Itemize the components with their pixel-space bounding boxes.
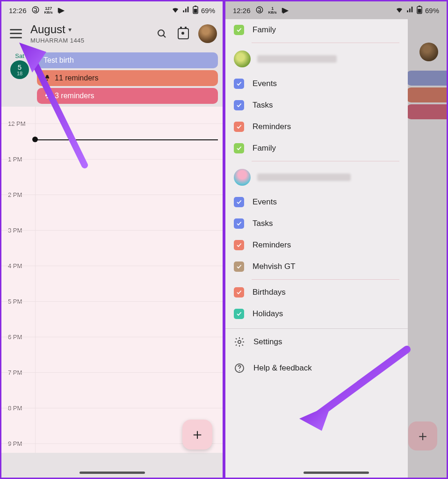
account-email-redacted — [257, 174, 351, 181]
calendar-toggle-events[interactable]: Events — [225, 191, 408, 213]
calendar-label: Events — [253, 79, 277, 88]
status-bar: 12:26 127KB/s I▶ 69% — [1, 1, 223, 19]
status-bar: 12:26 1KB/s I▶ 69% — [225, 1, 447, 19]
svg-point-12 — [239, 370, 240, 371]
reminder-icon — [43, 74, 51, 82]
network-speed: 127KB/s — [44, 7, 53, 15]
wifi-icon — [171, 6, 180, 15]
gesture-bar — [79, 472, 145, 474]
hijri-subtitle: MUHARRAM 1445 — [30, 37, 85, 44]
calendar-toggle-tasks[interactable]: Tasks — [225, 94, 408, 116]
calendar-toggle-tasks[interactable]: Tasks — [225, 213, 408, 234]
menu-button[interactable] — [10, 29, 22, 38]
day-badge[interactable]: 5 18 — [10, 60, 29, 79]
svg-rect-2 — [194, 9, 197, 13]
svg-point-0 — [32, 7, 39, 13]
account-header[interactable] — [225, 163, 408, 191]
dim-event-pill — [406, 87, 447, 102]
svg-point-10 — [238, 341, 241, 343]
svg-rect-3 — [195, 6, 196, 7]
calendar-label: Mehvish GT — [253, 262, 296, 271]
search-button[interactable] — [155, 27, 168, 40]
help-label: Help & feedback — [253, 363, 312, 373]
checkbox-checked-icon — [234, 261, 244, 272]
calendar-label: Tasks — [253, 219, 273, 228]
id-icon: I▶ — [282, 6, 288, 15]
network-speed: 1KB/s — [268, 7, 277, 15]
calendar-label: Holidays — [253, 309, 283, 319]
account-avatar — [234, 169, 251, 186]
battery-percent: 69% — [201, 7, 215, 15]
dim-profile-avatar — [419, 43, 438, 61]
reminder-label: 11 reminders — [55, 74, 98, 82]
status-time: 12:26 — [233, 7, 251, 15]
calendar-label: Reminders — [253, 122, 291, 131]
checkbox-checked-icon — [234, 79, 244, 89]
calendar-label: Family — [253, 144, 276, 153]
dim-fab: ＋ — [408, 421, 437, 450]
checkbox-checked-icon — [234, 122, 244, 132]
battery-icon — [417, 6, 422, 15]
phone-right-drawer: ＋ 12:26 1KB/s I▶ 69% Family — [224, 0, 448, 479]
dim-event-pill — [406, 104, 447, 119]
whatsapp-icon — [255, 6, 264, 15]
checkbox-checked-icon — [234, 287, 244, 298]
settings-label: Settings — [253, 337, 282, 347]
account-header[interactable] — [225, 45, 408, 73]
calendar-label: Birthdays — [253, 288, 286, 297]
reminder-group[interactable]: 11 reminders — [37, 70, 218, 86]
calendar-toggle-family[interactable]: Family — [225, 138, 408, 159]
status-time: 12:26 — [9, 7, 27, 15]
account-email-redacted — [257, 55, 337, 63]
month-label: August — [30, 23, 65, 36]
calendar-toggle-custom[interactable]: Mehvish GT — [225, 256, 408, 277]
calendar-label: Events — [253, 197, 277, 207]
checkbox-checked-icon — [234, 143, 244, 153]
gear-icon — [234, 336, 245, 348]
reminder-group[interactable]: 3 reminders — [37, 88, 218, 104]
battery-percent: 69% — [425, 7, 439, 15]
day-timeline[interactable]: 12 PM 1 PM 2 PM 3 PM 4 PM 5 PM 6 PM 7 PM… — [1, 107, 223, 453]
month-selector[interactable]: August ▾ MUHARRAM 1445 — [30, 23, 85, 44]
calendar-toggle-holidays[interactable]: Holidays — [225, 303, 408, 325]
gesture-bar — [303, 472, 369, 474]
create-event-fab[interactable]: ＋ — [182, 420, 212, 450]
checkbox-checked-icon — [234, 218, 244, 229]
day-of-week: Sat — [15, 52, 24, 59]
calendar-toggle-family[interactable]: Family — [225, 19, 408, 41]
reminder-label: 3 reminders — [55, 92, 94, 100]
allday-event[interactable]: Test birth — [37, 52, 218, 68]
svg-point-6 — [256, 7, 263, 13]
checkbox-checked-icon — [234, 197, 244, 207]
svg-line-5 — [163, 35, 166, 37]
divider — [252, 43, 399, 43]
account-avatar — [234, 51, 251, 67]
help-icon — [234, 363, 245, 374]
navigation-drawer[interactable]: Family Events Tasks Reminders Family — [225, 19, 408, 478]
checkbox-checked-icon — [234, 309, 244, 319]
checkbox-checked-icon — [234, 25, 244, 35]
calendar-label: Tasks — [253, 101, 273, 110]
calendar-toggle-reminders[interactable]: Reminders — [225, 116, 408, 138]
calendar-toggle-reminders[interactable]: Reminders — [225, 234, 408, 256]
signal-icon — [406, 6, 414, 15]
wifi-icon — [395, 6, 404, 15]
drawer-help-feedback[interactable]: Help & feedback — [225, 355, 408, 381]
svg-rect-9 — [419, 6, 420, 7]
calendar-toggle-events[interactable]: Events — [225, 73, 408, 94]
calendar-label: Reminders — [253, 240, 291, 250]
calendar-toggle-birthdays[interactable]: Birthdays — [225, 282, 408, 303]
event-label: Test birth — [43, 56, 74, 65]
svg-rect-8 — [418, 9, 421, 13]
divider — [252, 279, 399, 280]
now-indicator-line — [35, 139, 218, 140]
today-button[interactable] — [177, 27, 190, 40]
drawer-settings[interactable]: Settings — [225, 329, 408, 355]
svg-point-4 — [158, 30, 164, 36]
chevron-down-icon: ▾ — [68, 26, 72, 33]
whatsapp-icon — [31, 6, 40, 15]
phone-left-calendar-day: 12:26 127KB/s I▶ 69% August ▾ MU — [0, 0, 224, 479]
profile-avatar[interactable] — [198, 24, 217, 43]
checkbox-checked-icon — [234, 100, 244, 110]
dim-event-pill — [406, 71, 447, 86]
